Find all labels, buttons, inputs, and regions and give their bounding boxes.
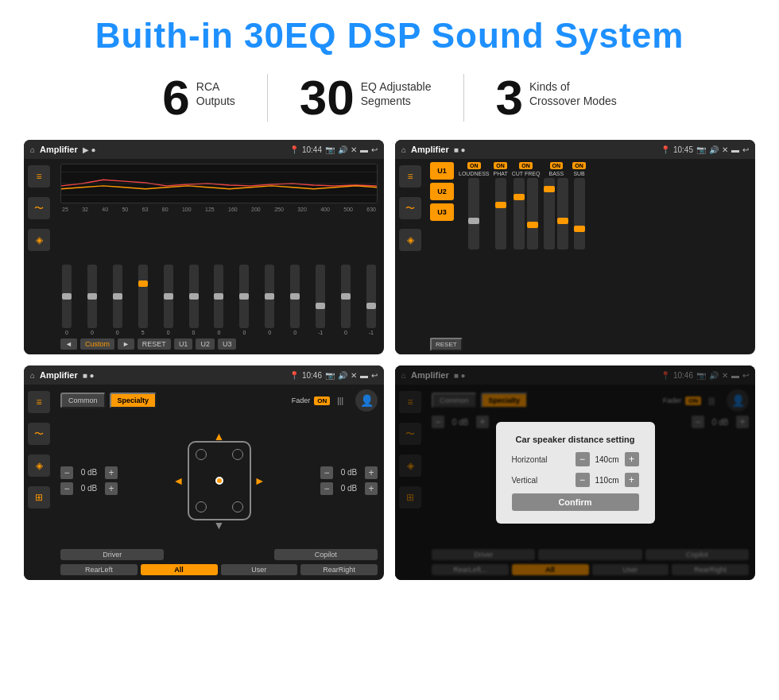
eq-slider-3[interactable]: 0	[113, 265, 122, 335]
confirm-button[interactable]: Confirm	[512, 493, 639, 511]
eq-slider-5[interactable]: 0	[164, 265, 173, 335]
u2-cross-btn[interactable]: U2	[430, 183, 454, 200]
wave-icon-2[interactable]: 〜	[399, 197, 421, 219]
db-minus-1[interactable]: −	[60, 466, 73, 479]
arrow-left[interactable]: ◄	[173, 474, 184, 487]
common-btn[interactable]: Common	[60, 393, 106, 408]
cross-reset-btn[interactable]: RESET	[430, 338, 463, 351]
speaker-icon-3[interactable]: ◈	[28, 454, 50, 477]
status-icons-3: ■ ●	[83, 371, 95, 380]
stat-eq: 30 EQ AdjustableSegments	[268, 73, 463, 122]
sub-track[interactable]	[574, 178, 585, 249]
icon-strip-3: ≡ 〜 ◈ ⊞	[24, 385, 54, 580]
stat-crossover: 3 Kinds ofCrossover Modes	[464, 73, 649, 122]
next-btn[interactable]: ►	[118, 338, 134, 350]
eq-slider-2[interactable]: 0	[87, 265, 97, 335]
db-row-4: − 0 dB +	[320, 482, 378, 495]
bass-on: ON	[550, 162, 564, 169]
all-btn[interactable]: All	[141, 564, 218, 575]
rearright-btn[interactable]: RearRight	[300, 564, 378, 575]
eq-chart	[60, 164, 378, 203]
u2-btn[interactable]: U2	[196, 338, 215, 350]
eq-slider-11[interactable]: -1	[316, 265, 325, 335]
loudness-label: LOUDNESS	[459, 171, 490, 176]
horizontal-label: Horizontal	[512, 455, 548, 464]
stat-label-eq: EQ AdjustableSegments	[361, 73, 432, 108]
eq-slider-4[interactable]: 5	[138, 265, 148, 335]
speaker-icon-2[interactable]: ◈	[399, 229, 421, 251]
vertical-label: Vertical	[512, 476, 538, 485]
vertical-controls: − 110cm +	[576, 473, 639, 487]
eq-slider-9[interactable]: 0	[265, 265, 274, 335]
eq-slider-13[interactable]: -1	[366, 265, 376, 335]
driver-btn[interactable]: Driver	[60, 549, 164, 560]
db-row-2: − 0 dB +	[60, 482, 118, 495]
bass-track-2[interactable]	[557, 178, 568, 249]
fader-bars: |||	[334, 396, 347, 405]
cutfreq-group: ON CUT FREQ	[512, 162, 541, 351]
vertical-plus-btn[interactable]: +	[625, 473, 639, 487]
more-icon-3[interactable]: ⊞	[28, 486, 50, 509]
home-icon-2[interactable]: ⌂	[401, 145, 406, 154]
crossover-sliders: ON LOUDNESS ON PHAT	[459, 162, 750, 351]
bass-track-1[interactable]	[544, 178, 555, 249]
cutfreq-track-2[interactable]	[527, 178, 538, 249]
eq-slider-12[interactable]: 0	[341, 265, 351, 335]
db-minus-4[interactable]: −	[320, 482, 333, 495]
eq-content: 253240506380100125160200250320400500630 …	[54, 159, 384, 354]
u1-btn[interactable]: U1	[174, 338, 193, 350]
rearleft-btn[interactable]: RearLeft	[60, 564, 138, 575]
eq-slider-10[interactable]: 0	[290, 265, 300, 335]
horizontal-controls: − 140cm +	[576, 452, 639, 466]
phat-on: ON	[494, 162, 507, 169]
topbar-3: ⌂ Amplifier ■ ● 📍10:46📷🔊✕▬↩	[24, 365, 384, 385]
car-outline	[188, 441, 251, 520]
eq-slider-1[interactable]: 0	[62, 265, 72, 335]
eq-icon-3[interactable]: ≡	[28, 391, 50, 413]
u3-btn[interactable]: U3	[218, 338, 237, 350]
car-center-dot[interactable]	[215, 477, 223, 485]
arrow-down[interactable]: ▼	[214, 519, 225, 532]
speaker-bl	[196, 501, 207, 512]
horizontal-minus-btn[interactable]: −	[576, 452, 590, 466]
loudness-track[interactable]	[468, 178, 479, 249]
wave-icon-3[interactable]: 〜	[28, 423, 50, 445]
phat-group: ON PHAT	[494, 162, 508, 351]
copilot-btn[interactable]: Copilot	[274, 549, 378, 560]
fader-person-icon[interactable]: 👤	[355, 389, 378, 412]
db-minus-3[interactable]: −	[320, 466, 333, 479]
user-btn-3[interactable]: User	[221, 564, 298, 575]
u1-cross-btn[interactable]: U1	[430, 162, 454, 180]
cutfreq-track-1[interactable]	[514, 178, 525, 249]
wave-icon[interactable]: 〜	[28, 197, 50, 219]
eq-slider-7[interactable]: 0	[214, 265, 223, 335]
prev-btn[interactable]: ◄	[60, 338, 77, 350]
eq-icon[interactable]: ≡	[28, 165, 50, 188]
reset-btn[interactable]: RESET	[138, 338, 171, 350]
db-row-1: − 0 dB +	[60, 466, 118, 479]
stat-rca: 6 RCAOutputs	[130, 73, 267, 122]
eq-slider-8[interactable]: 0	[239, 265, 249, 335]
eq-slider-6[interactable]: 0	[189, 265, 199, 335]
custom-btn[interactable]: Custom	[80, 338, 114, 350]
db-minus-2[interactable]: −	[60, 482, 73, 495]
home-icon[interactable]: ⌂	[30, 145, 35, 154]
u3-cross-btn[interactable]: U3	[430, 203, 454, 221]
status-icons-2: ■ ●	[454, 145, 466, 154]
phat-track[interactable]	[495, 178, 506, 249]
db-plus-4[interactable]: +	[365, 482, 378, 495]
specialty-btn[interactable]: Specialty	[110, 393, 157, 408]
db-plus-1[interactable]: +	[105, 466, 118, 479]
db-plus-3[interactable]: +	[365, 466, 378, 479]
db-plus-2[interactable]: +	[105, 482, 118, 495]
horizontal-plus-btn[interactable]: +	[625, 452, 639, 466]
sub-on: ON	[572, 162, 586, 169]
eq-icon-2[interactable]: ≡	[399, 165, 421, 188]
cutfreq-label: CUT FREQ	[512, 171, 541, 176]
loudness-group: ON LOUDNESS	[459, 162, 490, 351]
vertical-minus-btn[interactable]: −	[576, 473, 590, 487]
home-icon-3[interactable]: ⌂	[30, 371, 35, 380]
topbar-icons-3: 📍10:46📷🔊✕▬↩	[289, 371, 378, 380]
arrow-right[interactable]: ►	[254, 474, 265, 487]
speaker-icon[interactable]: ◈	[28, 229, 50, 251]
